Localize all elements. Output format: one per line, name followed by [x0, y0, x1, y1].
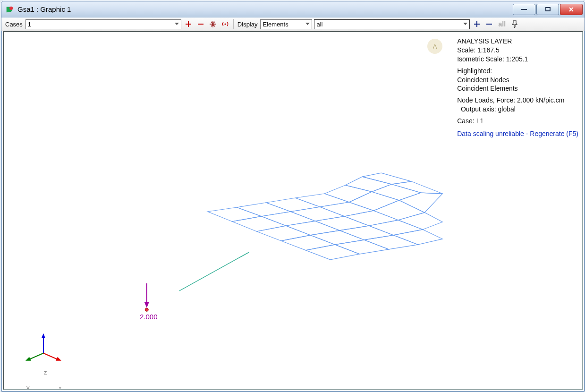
titlebar[interactable]: Gsa1 : Graphic 1 ✕ [1, 1, 585, 17]
svg-marker-29 [369, 220, 423, 235]
broadcast-icon [221, 20, 229, 28]
svg-marker-26 [281, 235, 335, 250]
svg-marker-30 [398, 213, 442, 230]
svg-marker-39 [42, 333, 45, 338]
svg-line-42 [28, 353, 43, 360]
svg-marker-16 [320, 202, 373, 216]
app-window: Gsa1 : Graphic 1 ✕ Cases 1 [1, 1, 585, 392]
close-button[interactable]: ✕ [560, 4, 583, 15]
svg-rect-5 [486, 24, 492, 25]
svg-marker-20 [257, 226, 311, 241]
cases-value: 1 [26, 21, 173, 28]
cases-broadcast-button[interactable] [220, 19, 230, 29]
svg-marker-17 [349, 192, 399, 211]
svg-marker-10 [324, 185, 372, 202]
svg-marker-28 [339, 226, 393, 240]
filter-add-button[interactable] [472, 19, 482, 29]
info-warning-link[interactable]: Data scaling unreliable - Regenerate (F5… [457, 129, 578, 138]
svg-marker-23 [344, 211, 398, 226]
minus-icon [197, 20, 204, 28]
cases-collapse-button[interactable] [208, 19, 218, 29]
beam-element [179, 252, 249, 291]
svg-marker-18 [372, 184, 421, 200]
svg-marker-27 [310, 230, 364, 245]
svg-marker-21 [286, 221, 340, 235]
app-icon [5, 5, 14, 14]
plus-icon [185, 20, 192, 28]
minimize-icon [521, 9, 527, 10]
svg-point-4 [224, 23, 226, 25]
axis-z-label: z [44, 369, 47, 376]
svg-point-37 [145, 308, 148, 311]
svg-marker-8 [266, 198, 320, 212]
toolbar-separator [233, 19, 234, 29]
axis-triad [25, 333, 61, 361]
load-value-label: 2.000 [140, 313, 158, 321]
svg-marker-22 [315, 216, 369, 230]
svg-marker-13 [232, 216, 286, 231]
collapse-icon [209, 20, 217, 28]
minus-icon [485, 20, 493, 28]
plus-icon [473, 20, 481, 28]
svg-marker-31 [305, 245, 359, 260]
svg-marker-11 [345, 177, 391, 192]
svg-rect-1 [198, 24, 203, 25]
cases-dropdown[interactable]: 1 [25, 19, 181, 29]
svg-marker-24 [373, 200, 424, 220]
info-output-axis: Output axis: global [457, 105, 578, 114]
chevron-down-icon [304, 20, 312, 29]
filter-value: all [314, 21, 461, 28]
toolbar: Cases 1 [1, 17, 585, 31]
info-iso-scale: Isometric Scale: 1:205.1 [457, 55, 578, 64]
svg-marker-25 [399, 193, 442, 213]
info-coincident-nodes: Coincident Nodes [457, 76, 578, 85]
svg-marker-15 [291, 207, 345, 221]
info-case: Case: L1 [457, 117, 578, 126]
svg-marker-33 [364, 235, 418, 249]
axis-y-label: y [26, 384, 30, 390]
info-scale: Scale: 1:167.5 [457, 46, 578, 55]
svg-marker-36 [144, 302, 149, 308]
info-panel: ANALYSIS LAYER Scale: 1:167.5 Isometric … [457, 37, 578, 138]
svg-marker-9 [295, 194, 349, 207]
cases-add-button[interactable] [183, 19, 194, 29]
maximize-button[interactable] [536, 4, 559, 15]
info-highlighted: Highlighted: [457, 67, 578, 76]
display-value: Elements [261, 21, 304, 28]
viewport-3d[interactable]: 2.000 x y z A ANALYSIS LAYER Scale: 1:16… [3, 31, 583, 390]
svg-marker-32 [335, 240, 389, 254]
info-node-loads: Node Loads, Force: 2.000 kN/pic.cm [457, 96, 578, 105]
node-load-arrow [144, 283, 149, 311]
pin-button[interactable] [509, 19, 520, 29]
chevron-down-icon [173, 20, 181, 29]
display-label: Display [237, 21, 259, 28]
svg-line-40 [43, 353, 59, 360]
svg-marker-14 [262, 212, 315, 226]
maximize-icon [545, 7, 551, 11]
mesh-2d-elements [208, 173, 443, 260]
minimize-button[interactable] [513, 4, 535, 15]
info-coincident-elements: Coincident Elements [457, 84, 578, 93]
chevron-down-icon [461, 23, 469, 26]
axis-x-label: x [59, 384, 62, 390]
cases-label: Cases [4, 21, 24, 28]
close-icon: ✕ [568, 6, 574, 13]
pin-icon [511, 20, 518, 28]
filter-remove-button[interactable] [484, 19, 494, 29]
layer-badge: A [427, 39, 442, 54]
cases-remove-button[interactable] [195, 19, 206, 29]
info-title: ANALYSIS LAYER [457, 37, 578, 46]
filter-all-button[interactable]: all [496, 20, 508, 28]
svg-marker-7 [237, 203, 291, 216]
svg-point-0 [9, 6, 13, 9]
svg-marker-6 [208, 207, 262, 222]
svg-marker-19 [391, 181, 442, 194]
window-title: Gsa1 : Graphic 1 [17, 5, 71, 13]
filter-input[interactable]: all [314, 19, 470, 29]
svg-marker-34 [393, 230, 442, 245]
display-dropdown[interactable]: Elements [260, 19, 312, 29]
